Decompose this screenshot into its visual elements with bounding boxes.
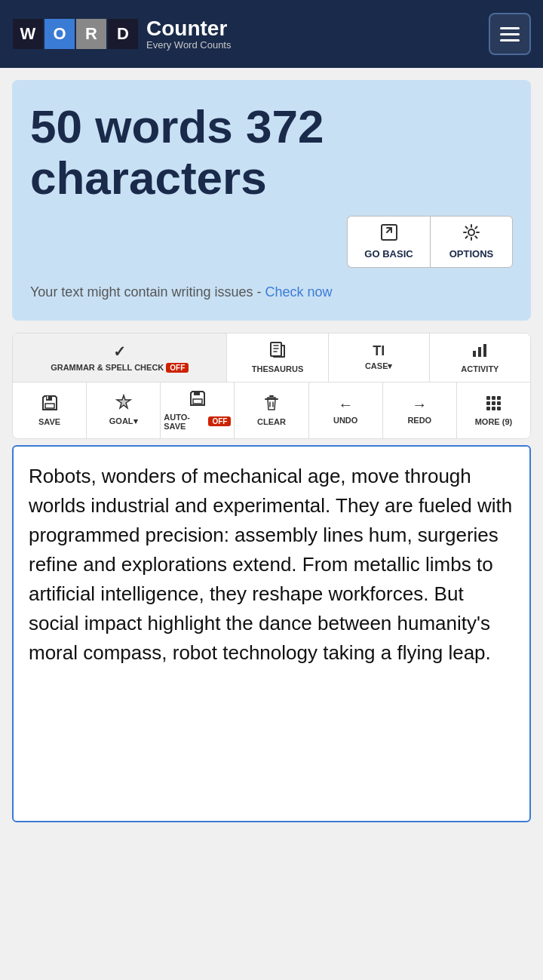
logo-tile-w: W xyxy=(13,19,43,49)
grammar-label-row: GRAMMAR & SPELL CHECK OFF xyxy=(51,363,189,373)
activity-icon xyxy=(471,342,488,362)
thesaurus-label: THESAURUS xyxy=(252,364,303,373)
svg-rect-2 xyxy=(271,343,281,356)
go-basic-icon xyxy=(381,224,397,245)
logo-tagline: Every Word Counts xyxy=(146,39,231,51)
svg-rect-16 xyxy=(486,407,490,410)
editor-text: Robots, wonders of mechanical age, move … xyxy=(29,462,514,668)
hamburger-line-2 xyxy=(500,33,520,35)
more-icon xyxy=(485,395,502,415)
redo-icon: → xyxy=(412,396,427,413)
undo-icon: ← xyxy=(338,396,353,413)
char-count-value: 372 xyxy=(246,100,324,152)
case-label: CASE▾ xyxy=(365,361,393,371)
toolbar-case[interactable]: TI CASE▾ xyxy=(329,333,430,382)
more-label: MORE (9) xyxy=(475,417,513,426)
logo-tile-o: O xyxy=(44,19,75,49)
toolbar-save[interactable]: SAVE xyxy=(13,382,87,438)
hamburger-menu-button[interactable] xyxy=(489,13,531,55)
logo-tile-r: R xyxy=(76,19,106,49)
app-header: W O R D Counter Every Word Counts xyxy=(0,0,543,68)
svg-point-1 xyxy=(468,229,474,235)
toolbar-clear[interactable]: CLEAR xyxy=(235,382,308,438)
auto-save-icon xyxy=(189,390,206,410)
svg-rect-12 xyxy=(497,396,501,400)
toolbar-auto-save[interactable]: AUTO-SAVE OFF xyxy=(161,382,235,438)
options-icon xyxy=(463,224,480,245)
svg-rect-4 xyxy=(478,347,481,357)
stats-buttons: GO BASIC OPTIONS xyxy=(30,216,513,268)
svg-rect-13 xyxy=(486,401,490,405)
svg-rect-3 xyxy=(473,351,476,357)
activity-label: ACTIVITY xyxy=(461,364,499,373)
text-editor[interactable]: Robots, wonders of mechanical age, move … xyxy=(12,445,531,822)
svg-rect-17 xyxy=(492,407,495,410)
svg-rect-7 xyxy=(45,404,54,408)
grammar-label: GRAMMAR & SPELL CHECK xyxy=(51,363,164,372)
svg-rect-8 xyxy=(194,392,200,395)
characters-label: characters xyxy=(30,152,267,204)
logo-text: Counter Every Word Counts xyxy=(146,18,231,51)
stats-panel: 50 words 372 characters GO BASIC OPTIONS xyxy=(12,80,531,321)
svg-rect-15 xyxy=(497,401,501,405)
svg-rect-6 xyxy=(46,396,52,401)
svg-rect-14 xyxy=(492,401,495,405)
svg-rect-5 xyxy=(483,344,486,357)
logo-tile-d: D xyxy=(108,19,138,49)
hamburger-line-1 xyxy=(500,27,520,29)
svg-rect-9 xyxy=(193,399,202,404)
options-label: OPTIONS xyxy=(449,248,494,260)
goal-icon xyxy=(115,394,132,414)
go-basic-button[interactable]: GO BASIC xyxy=(347,216,430,268)
writing-issues: Your text might contain writing issues -… xyxy=(30,283,513,302)
toolbar-activity[interactable]: ACTIVITY xyxy=(430,333,530,382)
toolbar-panel: ✓ GRAMMAR & SPELL CHECK OFF THESAURUS TI… xyxy=(12,333,531,439)
svg-rect-10 xyxy=(486,396,490,400)
svg-rect-18 xyxy=(497,407,501,410)
words-label: words xyxy=(95,100,233,152)
hamburger-line-3 xyxy=(500,39,520,41)
word-count-value: 50 xyxy=(30,100,82,152)
writing-issues-text: Your text might contain writing issues - xyxy=(30,284,261,300)
redo-label: REDO xyxy=(407,416,431,425)
auto-save-off-badge: OFF xyxy=(208,416,231,426)
go-basic-label: GO BASIC xyxy=(364,248,413,260)
save-icon xyxy=(41,395,58,415)
grammar-off-badge: OFF xyxy=(166,363,189,373)
toolbar-undo[interactable]: ← UNDO xyxy=(309,382,383,438)
auto-save-label-row: AUTO-SAVE OFF xyxy=(164,413,231,431)
undo-label: UNDO xyxy=(333,416,357,425)
logo-tiles: W O R D xyxy=(12,19,139,49)
toolbar-row-2: SAVE GOAL▾ AUTO-SAVE OFF xyxy=(13,382,530,438)
goal-label: GOAL▾ xyxy=(109,416,138,426)
check-icon: ✓ xyxy=(113,343,126,361)
toolbar-row-1: ✓ GRAMMAR & SPELL CHECK OFF THESAURUS TI… xyxy=(13,333,530,382)
clear-label: CLEAR xyxy=(257,417,286,426)
logo-counter-text: Counter xyxy=(146,18,231,39)
logo: W O R D Counter Every Word Counts xyxy=(12,18,231,51)
case-icon: TI xyxy=(373,343,385,359)
toolbar-goal[interactable]: GOAL▾ xyxy=(87,382,161,438)
toolbar-grammar-spell-check[interactable]: ✓ GRAMMAR & SPELL CHECK OFF xyxy=(13,333,227,382)
options-button[interactable]: OPTIONS xyxy=(430,216,513,268)
toolbar-thesaurus[interactable]: THESAURUS xyxy=(227,333,328,382)
svg-rect-11 xyxy=(492,396,495,400)
toolbar-more[interactable]: MORE (9) xyxy=(457,382,530,438)
check-now-link[interactable]: Check now xyxy=(265,284,333,300)
thesaurus-icon xyxy=(269,342,286,362)
save-label: SAVE xyxy=(38,417,60,426)
clear-icon xyxy=(263,395,280,415)
toolbar-redo[interactable]: → REDO xyxy=(383,382,457,438)
auto-save-label: AUTO-SAVE xyxy=(164,413,206,431)
stats-count: 50 words 372 characters xyxy=(30,101,513,204)
